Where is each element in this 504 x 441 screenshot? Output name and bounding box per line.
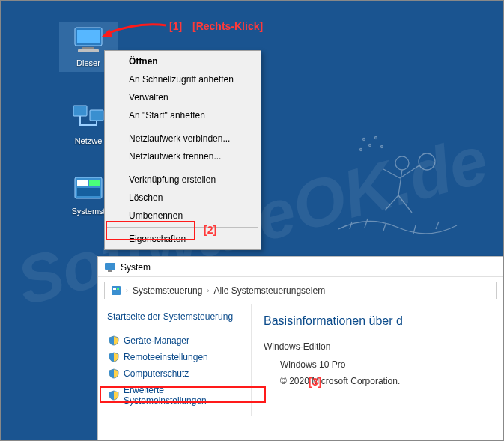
control-panel-icon (70, 173, 106, 203)
menu-item-pin-quick-access[interactable]: An Schnellzugriff anheften (106, 70, 259, 88)
shield-icon (109, 352, 119, 362)
menu-separator (107, 227, 258, 228)
link-label: Remoteeinstellungen (124, 352, 208, 362)
svg-rect-16 (77, 188, 100, 196)
menu-item-delete[interactable]: Löschen (106, 189, 259, 207)
link-remote-settings[interactable]: Remoteeinstellungen (107, 349, 242, 365)
svg-rect-15 (89, 180, 100, 186)
menu-item-create-shortcut[interactable]: Verknüpfung erstellen (106, 171, 259, 189)
svg-point-3 (375, 137, 377, 139)
shield-icon (109, 335, 119, 346)
menu-item-open[interactable]: Öffnen (106, 52, 259, 70)
window-title-bar: System (98, 257, 503, 277)
svg-point-6 (360, 149, 362, 151)
svg-point-4 (363, 139, 365, 141)
chevron-right-icon: › (207, 287, 209, 294)
menu-item-properties[interactable]: Eigenschaften (106, 230, 259, 248)
link-label: Erweiterte Systemeinstellungen (124, 385, 240, 406)
annotation-label-1: [Rechts-Klick] (192, 20, 263, 32)
breadcrumb-item[interactable]: Alle Systemsteuerungselem (213, 285, 325, 296)
svg-rect-12 (90, 110, 103, 121)
windows-edition-value: Windows 10 Pro (280, 359, 491, 370)
menu-item-rename[interactable]: Umbenennen (106, 207, 259, 225)
link-advanced-system-settings[interactable]: Erweiterte Systemeinstellungen (107, 382, 242, 409)
svg-rect-10 (78, 49, 99, 52)
windows-edition-label: Windows-Edition (264, 341, 491, 352)
right-panel: Basisinformationen über d Windows-Editio… (252, 304, 503, 416)
menu-separator (107, 127, 258, 127)
svg-rect-20 (113, 288, 116, 290)
menu-item-manage[interactable]: Verwalten (106, 88, 259, 106)
menu-item-map-drive[interactable]: Netzlaufwerk verbinden... (106, 130, 259, 147)
menu-item-disconnect-drive[interactable]: Netzlaufwerk trennen... (106, 147, 259, 165)
svg-rect-8 (77, 30, 100, 43)
context-menu: Öffnen An Schnellzugriff anheften Verwal… (104, 50, 261, 250)
svg-point-0 (395, 156, 409, 170)
window-title-text: System (121, 262, 151, 273)
chevron-right-icon: › (126, 287, 128, 294)
decorative-doodle (331, 124, 458, 252)
svg-rect-11 (73, 106, 87, 116)
svg-point-5 (381, 146, 383, 148)
computer-icon (104, 261, 116, 273)
svg-rect-21 (117, 288, 119, 290)
svg-rect-9 (82, 47, 94, 49)
control-panel-icon (111, 285, 121, 296)
link-device-manager[interactable]: Geräte-Manager (107, 332, 242, 349)
svg-rect-19 (112, 286, 121, 295)
link-label: Computerschutz (124, 368, 189, 379)
left-panel: Startseite der Systemsteuerung Geräte-Ma… (98, 304, 252, 416)
breadcrumb-item[interactable]: Systemsteuerung (133, 285, 202, 296)
shield-icon (109, 368, 119, 379)
computer-icon (70, 25, 106, 55)
annotation-marker-1: [1] (169, 20, 182, 32)
network-icon (70, 103, 106, 133)
shield-icon (109, 390, 119, 401)
svg-rect-17 (105, 263, 115, 270)
menu-separator (107, 168, 258, 168)
annotation-marker-3: [3] (309, 376, 321, 388)
annotation-marker-2: [2] (204, 224, 216, 236)
svg-rect-14 (77, 180, 88, 186)
svg-rect-18 (108, 270, 112, 272)
menu-item-pin-start[interactable]: An "Start" anheften (106, 106, 259, 124)
control-panel-home-link[interactable]: Startseite der Systemsteuerung (107, 311, 242, 322)
basic-info-heading: Basisinformationen über d (264, 314, 491, 328)
link-system-protection[interactable]: Computerschutz (107, 365, 242, 382)
svg-point-1 (419, 153, 435, 170)
system-control-panel-window: System › Systemsteuerung › Alle Systemst… (97, 256, 503, 440)
address-bar[interactable]: › Systemsteuerung › Alle Systemsteuerung… (104, 282, 497, 299)
svg-point-2 (369, 145, 371, 147)
link-label: Geräte-Manager (124, 335, 189, 346)
